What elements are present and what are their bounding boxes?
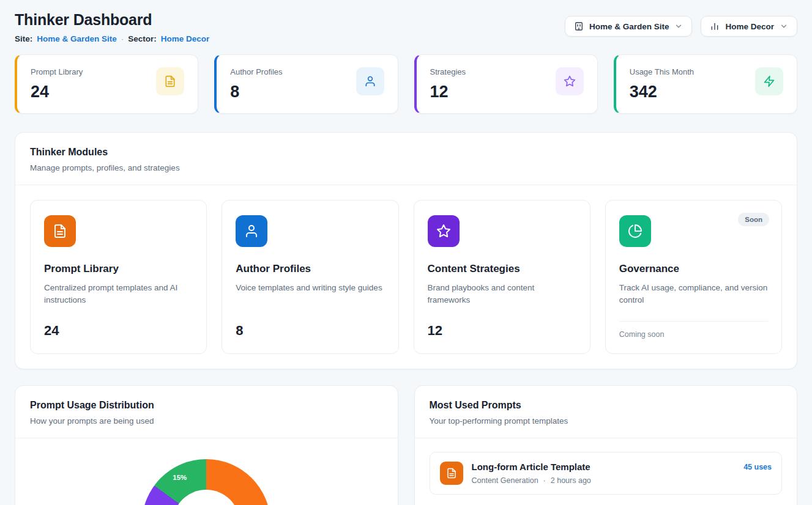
stat-value: 8 xyxy=(230,83,282,101)
star-icon xyxy=(556,67,584,95)
stat-info: Strategies 12 xyxy=(430,67,466,101)
building-icon xyxy=(574,21,584,31)
stats-row: Prompt Library 24 Author Profiles 8 Stra… xyxy=(15,54,797,114)
user-icon xyxy=(356,67,384,95)
module-title: Author Profiles xyxy=(236,263,384,275)
usage-distribution-panel: Prompt Usage Distribution How your promp… xyxy=(15,385,398,505)
header-left: Thinker Dashboard Site: Home & Garden Si… xyxy=(15,11,209,43)
donut-hole xyxy=(173,490,240,505)
most-used-subtitle: Your top-performing prompt templates xyxy=(430,416,783,426)
document-icon xyxy=(440,462,463,485)
sector-selector-dropdown[interactable]: Home Decor xyxy=(701,16,797,37)
module-card-content-strategies[interactable]: Content Strategies Brand playbooks and c… xyxy=(414,200,590,354)
stat-info: Author Profiles 8 xyxy=(230,67,282,101)
usage-panel-header: Prompt Usage Distribution How your promp… xyxy=(15,386,398,438)
chevron-down-icon xyxy=(780,22,788,31)
module-description: Brand playbooks and content frameworks xyxy=(428,282,576,307)
site-selector-dropdown[interactable]: Home & Garden Site xyxy=(565,16,693,37)
most-used-title: Most Used Prompts xyxy=(430,400,783,411)
pie-chart-icon xyxy=(619,215,651,247)
breadcrumb: Site: Home & Garden Site · Sector: Home … xyxy=(15,34,209,43)
document-icon xyxy=(44,215,76,247)
chart-area: 15% xyxy=(15,438,398,505)
stat-label: Usage This Month xyxy=(630,67,694,76)
sector-link[interactable]: Home Decor xyxy=(161,34,210,43)
usage-panel-title: Prompt Usage Distribution xyxy=(30,400,383,411)
page-title: Thinker Dashboard xyxy=(15,11,209,29)
stat-value: 342 xyxy=(630,83,694,101)
header: Thinker Dashboard Site: Home & Garden Si… xyxy=(15,11,797,43)
zap-icon xyxy=(755,67,783,95)
user-icon xyxy=(236,215,267,247)
stat-info: Usage This Month 342 xyxy=(630,67,694,101)
module-count: 24 xyxy=(44,323,193,339)
donut-segment-label: 15% xyxy=(173,474,187,481)
sector-selector-label: Home Decor xyxy=(725,22,774,31)
bar-chart-icon xyxy=(710,21,720,31)
stat-label: Author Profiles xyxy=(230,67,282,76)
module-title: Prompt Library xyxy=(44,263,193,275)
stat-info: Prompt Library 24 xyxy=(31,67,83,101)
module-card-governance[interactable]: Soon Governance Track AI usage, complian… xyxy=(605,200,782,354)
site-label: Site: xyxy=(15,34,32,43)
dashboard-page: Thinker Dashboard Site: Home & Garden Si… xyxy=(0,0,812,505)
sector-label: Sector: xyxy=(128,34,157,43)
modules-panel: Thinker Modules Manage prompts, profiles… xyxy=(15,132,797,369)
modules-grid: Prompt Library Centralized prompt templa… xyxy=(15,185,797,369)
donut-chart: 15% xyxy=(142,459,270,505)
module-count: 12 xyxy=(428,323,576,339)
coming-soon-text: Coming soon xyxy=(619,330,768,339)
most-used-header: Most Used Prompts Your top-performing pr… xyxy=(415,386,797,438)
prompt-item-text: Long-form Article Template Content Gener… xyxy=(472,462,591,485)
prompt-item-time: 2 hours ago xyxy=(551,476,591,485)
star-icon xyxy=(428,215,460,247)
stat-value: 12 xyxy=(430,83,466,101)
prompt-item-uses: 45 uses xyxy=(743,463,772,471)
module-description: Voice templates and writing style guides xyxy=(236,282,384,294)
prompt-list-item[interactable]: Long-form Article Template Content Gener… xyxy=(430,452,783,495)
modules-title: Thinker Modules xyxy=(30,147,782,158)
stat-label: Prompt Library xyxy=(31,67,83,76)
soon-badge: Soon xyxy=(738,213,769,226)
header-actions: Home & Garden Site Home Decor xyxy=(565,16,797,37)
chevron-down-icon xyxy=(674,22,683,31)
prompt-item-meta: Content Generation · 2 hours ago xyxy=(472,476,591,485)
stat-card-usage: Usage This Month 342 xyxy=(614,54,797,114)
module-title: Governance xyxy=(619,263,768,275)
module-count: 8 xyxy=(236,323,384,339)
bottom-row: Prompt Usage Distribution How your promp… xyxy=(15,385,797,505)
stat-card-strategies: Strategies 12 xyxy=(414,54,598,114)
module-description: Track AI usage, compliance, and version … xyxy=(619,282,768,307)
stat-card-prompt-library: Prompt Library 24 xyxy=(15,54,198,114)
meta-separator: · xyxy=(543,476,546,485)
divider xyxy=(619,321,768,322)
most-used-prompts-panel: Most Used Prompts Your top-performing pr… xyxy=(414,385,798,505)
site-link[interactable]: Home & Garden Site xyxy=(37,34,117,43)
prompt-list: Long-form Article Template Content Gener… xyxy=(415,438,797,505)
stat-card-author-profiles: Author Profiles 8 xyxy=(214,54,398,114)
stat-label: Strategies xyxy=(430,67,466,76)
modules-subtitle: Manage prompts, profiles, and strategies xyxy=(30,163,782,172)
usage-panel-subtitle: How your prompts are being used xyxy=(30,416,383,426)
prompt-item-category: Content Generation xyxy=(472,476,538,485)
module-description: Centralized prompt templates and AI inst… xyxy=(44,282,193,307)
document-icon xyxy=(156,67,184,95)
stat-value: 24 xyxy=(31,83,83,101)
module-card-prompt-library[interactable]: Prompt Library Centralized prompt templa… xyxy=(30,200,207,354)
breadcrumb-separator: · xyxy=(121,34,124,43)
site-selector-label: Home & Garden Site xyxy=(589,22,669,31)
module-card-author-profiles[interactable]: Author Profiles Voice templates and writ… xyxy=(222,200,398,354)
prompt-item-title: Long-form Article Template xyxy=(472,462,591,472)
module-title: Content Strategies xyxy=(428,263,576,275)
modules-header: Thinker Modules Manage prompts, profiles… xyxy=(15,133,797,185)
